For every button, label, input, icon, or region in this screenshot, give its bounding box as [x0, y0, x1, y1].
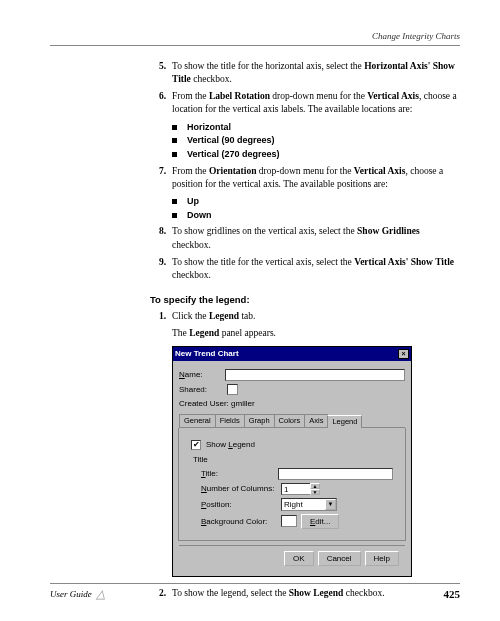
tab-axis[interactable]: Axis	[304, 414, 328, 428]
ok-button[interactable]: OK	[284, 551, 314, 566]
step-followup: The Legend panel appears.	[172, 327, 460, 340]
bullet-item: Down	[172, 209, 460, 222]
step-number: 1.	[150, 310, 166, 323]
created-user-label: Created User:	[179, 399, 229, 408]
dialog-title: New Trend Chart	[175, 348, 239, 359]
bullet-text: Vertical (270 degrees)	[187, 148, 280, 161]
step-text: To show the title for the horizontal axi…	[172, 60, 460, 87]
page-number: 425	[444, 587, 461, 602]
bgcolor-swatch	[281, 515, 297, 527]
name-input[interactable]	[225, 369, 405, 381]
step-number: 9.	[150, 256, 166, 283]
name-label: Name:	[179, 369, 225, 380]
step-text: From the Label Rotation drop-down menu f…	[172, 90, 460, 117]
bullet-item: Vertical (270 degrees)	[172, 148, 460, 161]
tab-legend[interactable]: Legend	[327, 415, 362, 429]
bullet-text: Vertical (90 degrees)	[187, 134, 275, 147]
dialog-button-row: OK Cancel Help	[179, 545, 405, 571]
numcols-label: Number of Columns:	[201, 483, 281, 494]
tab-fields[interactable]: Fields	[215, 414, 245, 428]
bgcolor-label: Background Color:	[201, 516, 281, 527]
step-number: 6.	[150, 90, 166, 117]
page-footer: User Guide △ 425	[50, 583, 460, 603]
legend-panel: ✔ Show Legend Title Title: Number of Col…	[178, 428, 406, 541]
group-title: Title	[193, 454, 393, 465]
section-heading-legend: To specify the legend:	[150, 293, 460, 306]
footer-label: User Guide	[50, 588, 92, 601]
position-label: Position:	[201, 499, 281, 510]
footer-left: User Guide △	[50, 586, 105, 603]
step-text: To show gridlines on the vertical axis, …	[172, 225, 460, 252]
instruction-step: 1.Click the Legend tab.	[150, 310, 460, 323]
step-text: Click the Legend tab.	[172, 310, 460, 323]
cancel-button[interactable]: Cancel	[318, 551, 361, 566]
position-select[interactable]: Right ▼	[281, 498, 337, 511]
numcols-input[interactable]: 1	[281, 483, 311, 495]
page-header: Change Integrity Charts	[50, 30, 460, 46]
bullet-text: Horizontal	[187, 121, 231, 134]
created-user-row: Created User: gmiller	[179, 398, 405, 409]
bullet-list: UpDown	[172, 195, 460, 221]
step-text: To show the title for the vertical axis,…	[172, 256, 460, 283]
instruction-step: 7.From the Orientation drop-down menu fo…	[150, 165, 460, 192]
position-value: Right	[282, 499, 325, 510]
square-bullet-icon	[172, 152, 177, 157]
title-field-label: Title:	[201, 468, 278, 479]
bullet-item: Vertical (90 degrees)	[172, 134, 460, 147]
tab-graph[interactable]: Graph	[244, 414, 275, 428]
spinner-down-icon[interactable]: ▼	[310, 489, 320, 495]
main-content: 5.To show the title for the horizontal a…	[150, 60, 460, 601]
step-number: 8.	[150, 225, 166, 252]
instruction-step: 5.To show the title for the horizontal a…	[150, 60, 460, 87]
help-button[interactable]: Help	[365, 551, 399, 566]
bullet-list: HorizontalVertical (90 degrees)Vertical …	[172, 121, 460, 161]
bullet-item: Up	[172, 195, 460, 208]
square-bullet-icon	[172, 138, 177, 143]
show-legend-label: Show Legend	[206, 439, 255, 450]
tab-colors[interactable]: Colors	[274, 414, 306, 428]
bullet-text: Up	[187, 195, 199, 208]
step-number: 5.	[150, 60, 166, 87]
created-user-value: gmiller	[231, 399, 255, 408]
shared-label: Shared:	[179, 384, 225, 395]
dialog-tabs: GeneralFieldsGraphColorsAxisLegend	[179, 414, 405, 429]
instruction-step: 9.To show the title for the vertical axi…	[150, 256, 460, 283]
square-bullet-icon	[172, 199, 177, 204]
square-bullet-icon	[172, 213, 177, 218]
bullet-text: Down	[187, 209, 212, 222]
step-text: From the Orientation drop-down menu for …	[172, 165, 460, 192]
square-bullet-icon	[172, 125, 177, 130]
step-number: 7.	[150, 165, 166, 192]
close-icon[interactable]: ×	[398, 349, 409, 359]
legend-title-input[interactable]	[278, 468, 393, 480]
show-legend-checkbox[interactable]: ✔	[191, 440, 201, 450]
numcols-spinner[interactable]: ▲ ▼	[310, 483, 320, 495]
chevron-down-icon[interactable]: ▼	[325, 499, 336, 510]
dialog-titlebar: New Trend Chart ×	[173, 347, 411, 360]
tab-general[interactable]: General	[179, 414, 216, 428]
instruction-step: 8.To show gridlines on the vertical axis…	[150, 225, 460, 252]
dialog-screenshot: New Trend Chart × Name: Shared: Created …	[172, 346, 412, 577]
instruction-step: 6.From the Label Rotation drop-down menu…	[150, 90, 460, 117]
edit-color-button[interactable]: Edit...	[301, 514, 339, 529]
shared-checkbox[interactable]	[227, 384, 238, 395]
footer-logo-icon: △	[96, 586, 105, 603]
bullet-item: Horizontal	[172, 121, 460, 134]
